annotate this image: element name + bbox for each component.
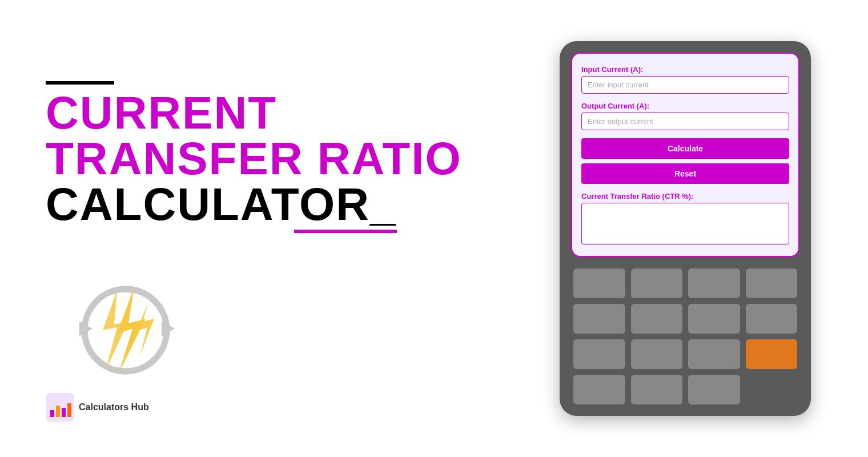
calculators-hub-logo-icon	[46, 393, 74, 422]
title-line2: TRANSFER RATIO	[46, 136, 548, 182]
key-11[interactable]	[688, 339, 740, 369]
key-1[interactable]	[573, 268, 625, 298]
key-12[interactable]	[573, 375, 625, 404]
svg-marker-4	[137, 302, 154, 356]
calculate-button[interactable]: Calculate	[581, 138, 789, 159]
key-4[interactable]	[746, 268, 798, 298]
svg-marker-3	[117, 287, 146, 373]
svg-rect-9	[67, 403, 71, 417]
black-bar-decoration	[46, 81, 114, 85]
svg-rect-8	[62, 408, 66, 417]
key-14[interactable]	[688, 375, 740, 404]
reset-button[interactable]: Reset	[581, 163, 789, 184]
key-13[interactable]	[631, 375, 683, 404]
result-label: Current Transfer Ratio (CTR %):	[581, 192, 789, 201]
title-block: CURRENT TRANSFER RATIO CALCULATOR_	[46, 81, 548, 227]
right-section: Input Current (A): Output Current (A): C…	[548, 41, 822, 416]
key-3[interactable]	[688, 268, 740, 298]
title-line3: CALCULATOR_	[46, 182, 397, 227]
svg-rect-6	[50, 410, 54, 417]
input-current-label: Input Current (A):	[581, 65, 789, 74]
left-section: CURRENT TRANSFER RATIO CALCULATOR_	[46, 70, 548, 387]
key-10[interactable]	[631, 339, 683, 369]
icon-area	[46, 273, 206, 387]
lightning-icon	[86, 284, 166, 376]
output-current-field[interactable]	[581, 113, 789, 130]
logo-area: Calculators Hub	[46, 393, 149, 422]
key-orange[interactable]	[746, 339, 798, 369]
input-current-field[interactable]	[581, 76, 789, 94]
key-6[interactable]	[631, 304, 683, 334]
title-line1: CURRENT	[46, 90, 548, 136]
keypad	[571, 268, 799, 404]
key-5[interactable]	[573, 304, 625, 334]
key-8[interactable]	[746, 304, 798, 334]
svg-rect-7	[56, 406, 60, 417]
result-field[interactable]	[581, 203, 789, 244]
calculator: Input Current (A): Output Current (A): C…	[560, 41, 811, 416]
output-current-label: Output Current (A):	[581, 102, 789, 110]
key-9[interactable]	[573, 339, 625, 369]
key-2[interactable]	[631, 268, 683, 298]
key-7[interactable]	[688, 304, 740, 334]
calculator-screen: Input Current (A): Output Current (A): C…	[571, 53, 799, 257]
logo-text: Calculators Hub	[79, 402, 149, 412]
